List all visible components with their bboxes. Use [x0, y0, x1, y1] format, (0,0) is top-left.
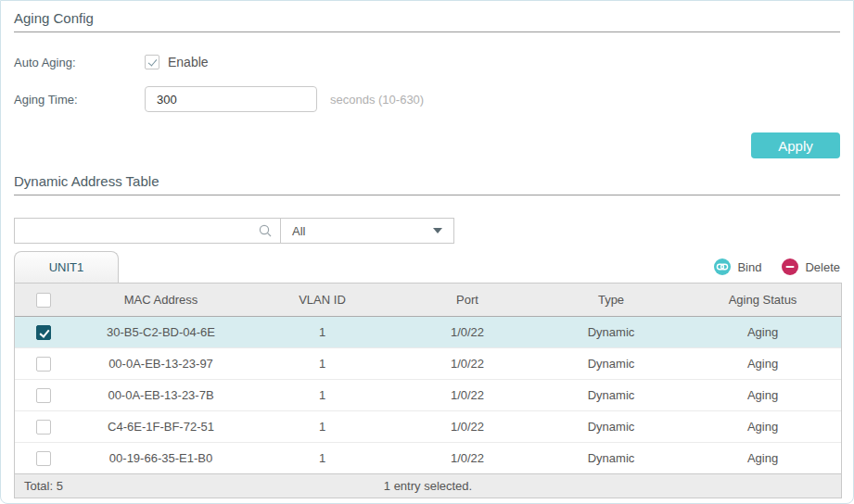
- row-checkbox-cell: [15, 451, 72, 466]
- table-footer: Total: 5 1 entry selected.: [15, 473, 841, 498]
- cell-port: 1/0/22: [395, 420, 540, 434]
- cell-vlan: 1: [249, 325, 395, 339]
- column-header-port: Port: [395, 293, 540, 307]
- apply-button[interactable]: Apply: [751, 132, 840, 158]
- dynamic-address-table: MAC Address VLAN ID Port Type Aging Stat…: [14, 283, 842, 498]
- row-checkbox-cell: [15, 357, 72, 372]
- cell-mac: 00-0A-EB-13-23-97: [72, 357, 249, 371]
- minus-circle-icon: [782, 258, 798, 275]
- delete-label: Delete: [805, 260, 840, 274]
- search-input[interactable]: [15, 219, 254, 243]
- table-actions: Bind Delete: [714, 258, 840, 283]
- row-checkbox[interactable]: [36, 451, 51, 466]
- cell-vlan: 1: [249, 451, 395, 465]
- cell-port: 1/0/22: [395, 388, 540, 402]
- cell-type: Dynamic: [540, 325, 682, 339]
- page-frame: Aging Config Auto Aging: Enable Aging Ti…: [0, 0, 854, 504]
- table-toolbar: UNIT1 Bind: [14, 251, 840, 283]
- bind-button[interactable]: Bind: [714, 258, 761, 275]
- cell-mac: 30-B5-C2-BD-04-6E: [72, 325, 249, 339]
- apply-row: Apply: [14, 132, 840, 158]
- select-all-checkbox[interactable]: [36, 293, 51, 308]
- aging-time-hint: seconds (10-630): [330, 93, 424, 107]
- chevron-down-icon: [433, 228, 442, 233]
- column-header-aging-status: Aging Status: [682, 293, 843, 307]
- delete-button[interactable]: Delete: [782, 258, 840, 275]
- row-checkbox-cell: [15, 420, 72, 435]
- auto-aging-checkbox[interactable]: [145, 55, 159, 69]
- cell-aging-status: Aging: [682, 420, 843, 434]
- row-checkbox[interactable]: [36, 357, 51, 372]
- cell-vlan: 1: [249, 357, 395, 371]
- column-header-type: Type: [540, 293, 682, 307]
- row-checkbox-cell: [15, 325, 72, 340]
- table-row[interactable]: 00-0A-EB-13-23-97 1 1/0/22 Dynamic Aging: [15, 348, 841, 380]
- row-checkbox[interactable]: [36, 388, 51, 403]
- column-header-vlan: VLAN ID: [249, 293, 395, 307]
- auto-aging-label: Auto Aging:: [14, 56, 145, 69]
- cell-type: Dynamic: [540, 420, 682, 434]
- column-header-mac: MAC Address: [72, 293, 249, 307]
- row-checkbox[interactable]: [36, 325, 51, 340]
- table-row[interactable]: 00-19-66-35-E1-B0 1 1/0/22 Dynamic Aging: [15, 443, 841, 474]
- cell-port: 1/0/22: [395, 451, 540, 465]
- aging-time-input[interactable]: [145, 86, 317, 112]
- link-icon: [714, 258, 731, 275]
- search-box: [14, 218, 281, 244]
- section-divider: [14, 32, 840, 32]
- aging-time-label: Aging Time:: [14, 93, 145, 107]
- cell-vlan: 1: [249, 420, 395, 434]
- row-checkbox-cell: [15, 388, 72, 403]
- bind-label: Bind: [737, 260, 761, 274]
- cell-port: 1/0/22: [395, 325, 540, 339]
- cell-type: Dynamic: [540, 388, 682, 402]
- auto-aging-row: Auto Aging: Enable: [14, 49, 840, 75]
- header-checkbox-cell: [15, 293, 72, 308]
- table-row[interactable]: 30-B5-C2-BD-04-6E 1 1/0/22 Dynamic Aging: [15, 317, 841, 348]
- cell-port: 1/0/22: [395, 357, 540, 371]
- aging-time-row: Aging Time: seconds (10-630): [14, 86, 840, 112]
- row-checkbox[interactable]: [36, 420, 51, 435]
- filter-dropdown[interactable]: All: [280, 218, 454, 244]
- cell-aging-status: Aging: [682, 325, 843, 339]
- cell-type: Dynamic: [540, 451, 682, 465]
- tab-unit1[interactable]: UNIT1: [14, 251, 119, 283]
- cell-mac: 00-0A-EB-13-23-7B: [72, 388, 249, 402]
- cell-mac: 00-19-66-35-E1-B0: [72, 451, 249, 465]
- cell-aging-status: Aging: [682, 451, 843, 465]
- cell-aging-status: Aging: [682, 357, 843, 371]
- selection-status: 1 entry selected.: [15, 479, 841, 493]
- dynamic-table-title: Dynamic Address Table: [14, 171, 840, 192]
- cell-type: Dynamic: [540, 357, 682, 371]
- enable-label: Enable: [168, 55, 209, 69]
- table-header-row: MAC Address VLAN ID Port Type Aging Stat…: [15, 284, 841, 317]
- dynamic-address-table-section: Dynamic Address Table All UNIT1: [1, 171, 853, 498]
- section-divider: [14, 195, 840, 195]
- filter-selected-value: All: [292, 224, 305, 238]
- search-filter-row: All: [14, 218, 840, 244]
- aging-config-section: Aging Config Auto Aging: Enable Aging Ti…: [1, 8, 853, 158]
- cell-mac: C4-6E-1F-BF-72-51: [72, 420, 249, 434]
- cell-aging-status: Aging: [682, 388, 843, 402]
- table-row[interactable]: C4-6E-1F-BF-72-51 1 1/0/22 Dynamic Aging: [15, 411, 841, 443]
- cell-vlan: 1: [249, 388, 395, 402]
- table-row[interactable]: 00-0A-EB-13-23-7B 1 1/0/22 Dynamic Aging: [15, 380, 841, 411]
- search-icon[interactable]: [254, 223, 280, 238]
- aging-config-title: Aging Config: [14, 8, 840, 29]
